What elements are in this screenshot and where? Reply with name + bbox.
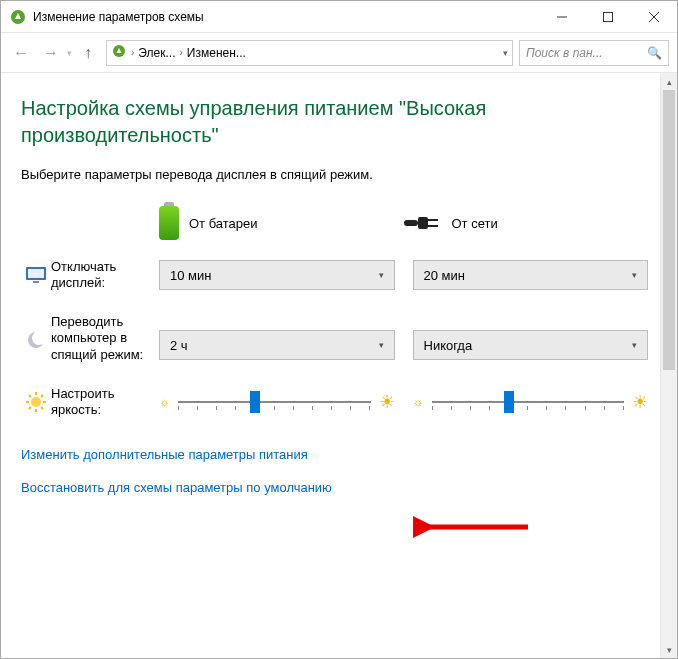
page-subtitle: Выберите параметры перевода дисплея в сп… (21, 167, 648, 182)
svg-rect-2 (604, 12, 613, 21)
sun-small-icon: ☼ (413, 395, 424, 409)
chevron-down-icon: ▾ (632, 270, 637, 280)
column-battery-label: От батареи (189, 216, 258, 231)
sun-large-icon: ☀ (379, 391, 395, 413)
chevron-right-icon: › (131, 47, 134, 58)
moon-icon (21, 314, 51, 350)
row-display-off: Отключать дисплей: 10 мин ▾ 20 мин ▾ (21, 258, 648, 292)
display-off-plugged-dropdown[interactable]: 20 мин ▾ (413, 260, 649, 290)
page-title: Настройка схемы управления питанием "Выс… (21, 95, 648, 149)
svg-point-15 (31, 397, 41, 407)
svg-rect-7 (418, 217, 428, 229)
breadcrumb-2[interactable]: Изменен... (187, 46, 246, 60)
row-brightness: Настроить яркость: ☼ ☀ ☼ (21, 385, 648, 419)
content-area: Настройка схемы управления питанием "Выс… (1, 73, 660, 658)
titlebar: Изменение параметров схемы (1, 1, 677, 33)
back-button[interactable]: ← (9, 41, 33, 65)
column-battery: От батареи (159, 206, 404, 240)
search-icon[interactable]: 🔍 (647, 46, 662, 60)
window-title: Изменение параметров схемы (33, 10, 539, 24)
display-off-battery-dropdown[interactable]: 10 мин ▾ (159, 260, 395, 290)
restore-defaults-link[interactable]: Восстановить для схемы параметры по умол… (21, 474, 648, 501)
sun-icon (21, 391, 51, 413)
close-button[interactable] (631, 1, 677, 32)
nav-dropdown-icon[interactable]: ▾ (67, 48, 72, 58)
chevron-down-icon: ▾ (379, 340, 384, 350)
column-plugged-label: От сети (452, 216, 498, 231)
toolbar: ← → ▾ ↑ › Элек... › Изменен... ▾ Поиск в… (1, 33, 677, 73)
svg-point-14 (32, 331, 46, 345)
svg-rect-11 (28, 269, 44, 278)
row-display-off-label: Отключать дисплей: (51, 259, 159, 292)
svg-line-21 (41, 407, 43, 409)
svg-rect-12 (33, 281, 39, 283)
address-bar[interactable]: › Элек... › Изменен... ▾ (106, 40, 513, 66)
brightness-battery-slider[interactable]: ☼ ☀ (159, 391, 395, 413)
app-icon (9, 8, 27, 26)
svg-line-20 (29, 395, 31, 397)
annotation-arrow (413, 514, 533, 540)
svg-rect-6 (404, 220, 418, 226)
display-icon (21, 264, 51, 286)
scrollbar-thumb[interactable] (663, 90, 675, 370)
sleep-battery-dropdown[interactable]: 2 ч ▾ (159, 330, 395, 360)
row-sleep-label: Переводить компьютер в спящий режим: (51, 314, 159, 363)
chevron-right-icon: › (180, 47, 183, 58)
column-plugged: От сети (404, 213, 649, 233)
minimize-button[interactable] (539, 1, 585, 32)
battery-icon (159, 206, 179, 240)
up-button[interactable]: ↑ (76, 41, 100, 65)
svg-line-23 (29, 407, 31, 409)
sun-small-icon: ☼ (159, 395, 170, 409)
maximize-button[interactable] (585, 1, 631, 32)
row-sleep: Переводить компьютер в спящий режим: 2 ч… (21, 314, 648, 363)
vertical-scrollbar[interactable]: ▴ ▾ (660, 73, 677, 658)
scroll-down-icon[interactable]: ▾ (661, 641, 677, 658)
breadcrumb-1[interactable]: Элек... (138, 46, 175, 60)
sun-large-icon: ☀ (632, 391, 648, 413)
chevron-down-icon: ▾ (379, 270, 384, 280)
svg-line-22 (41, 395, 43, 397)
brightness-plugged-slider[interactable]: ☼ ☀ (413, 391, 649, 413)
scroll-up-icon[interactable]: ▴ (661, 73, 677, 90)
chevron-down-icon: ▾ (632, 340, 637, 350)
plug-icon (404, 213, 442, 233)
row-brightness-label: Настроить яркость: (51, 386, 159, 419)
forward-button[interactable]: → (39, 41, 63, 65)
search-input[interactable]: Поиск в пан... 🔍 (519, 40, 669, 66)
advanced-settings-link[interactable]: Изменить дополнительные параметры питани… (21, 441, 648, 468)
sleep-plugged-dropdown[interactable]: Никогда ▾ (413, 330, 649, 360)
column-headers: От батареи От сети (21, 206, 648, 240)
breadcrumb-icon (111, 43, 127, 62)
address-dropdown-icon[interactable]: ▾ (503, 48, 508, 58)
